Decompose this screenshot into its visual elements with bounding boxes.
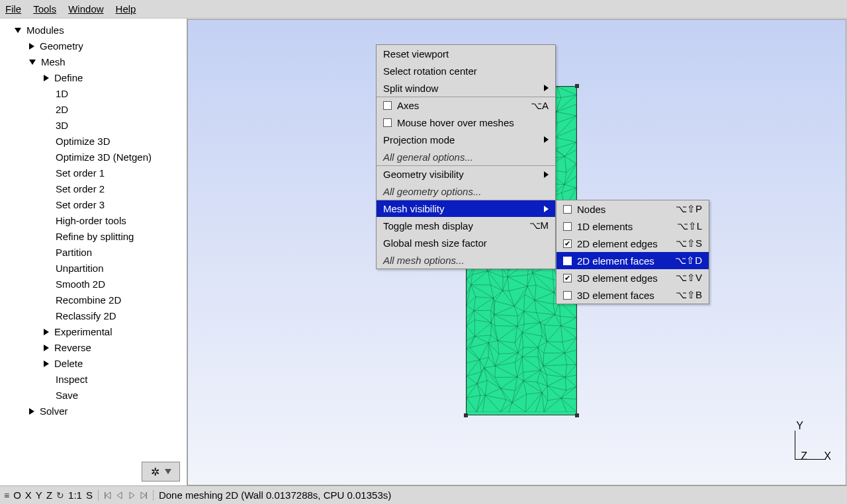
svg-line-192 — [564, 150, 576, 157]
menu-tools[interactable]: Tools — [33, 3, 56, 15]
svg-line-639 — [543, 353, 564, 366]
ctx-mouse-hover-meshes[interactable]: Mouse hover over meshes — [377, 114, 555, 131]
svg-line-549 — [524, 312, 541, 323]
tree-mesh-setorder1[interactable]: Set order 1 — [7, 165, 187, 181]
viewport-3d[interactable]: Reset viewport Select rotation center Sp… — [187, 19, 846, 485]
svg-line-585 — [561, 326, 562, 343]
svg-line-754 — [542, 393, 544, 413]
status-view-x[interactable]: X — [25, 489, 32, 501]
checkbox-icon — [563, 205, 572, 214]
ctx-mesh-visibility[interactable]: Mesh visibility — [377, 200, 555, 217]
tree-mesh-3d[interactable]: 3D — [7, 118, 187, 134]
ctx-select-rotation-center[interactable]: Select rotation center — [377, 62, 555, 79]
tree-mesh-2d[interactable]: 2D — [7, 102, 187, 118]
status-play-last-icon[interactable] — [140, 491, 148, 499]
tree-mesh-recombine2d[interactable]: Recombine 2D — [7, 292, 187, 308]
svg-line-647 — [480, 357, 488, 359]
svg-line-554 — [544, 315, 555, 325]
tree-root-modules[interactable]: Modules — [7, 22, 187, 38]
tree-solver[interactable]: Solver — [7, 403, 187, 419]
status-rotate-icon[interactable]: ↻ — [56, 490, 64, 501]
status-menu-icon[interactable]: ≡ — [4, 490, 9, 501]
status-play-prev-icon[interactable] — [116, 491, 124, 499]
status-play-first-icon[interactable] — [104, 491, 112, 499]
svg-line-532 — [467, 311, 474, 318]
ctx-axes[interactable]: Axes⌥A — [377, 97, 555, 114]
svg-line-695 — [547, 377, 565, 386]
svg-line-698 — [565, 377, 576, 386]
tree-mesh-setorder2[interactable]: Set order 2 — [7, 181, 187, 197]
svg-line-614 — [564, 338, 576, 353]
tree-mesh-setorder3[interactable]: Set order 3 — [7, 197, 187, 213]
svg-line-652 — [484, 366, 495, 368]
svg-line-220 — [566, 163, 576, 172]
status-view-y[interactable]: Y — [36, 489, 42, 501]
svg-line-724 — [566, 387, 576, 390]
tree-mesh-highorder[interactable]: High-order tools — [7, 213, 187, 229]
submenu-arrow-icon — [544, 85, 549, 91]
svg-line-26 — [557, 87, 576, 95]
svg-line-520 — [524, 294, 525, 311]
svg-line-621 — [480, 343, 489, 359]
svg-line-556 — [560, 316, 576, 317]
svg-line-660 — [522, 357, 523, 372]
tree-mesh-delete[interactable]: Delete — [7, 356, 187, 372]
tree-mesh-inspect[interactable]: Inspect — [7, 372, 187, 388]
status-s[interactable]: S — [86, 489, 93, 501]
checkbox-icon — [383, 118, 392, 127]
status-view-z[interactable]: Z — [46, 489, 52, 501]
ctx-1d-elements[interactable]: 1D elements⌥⇧L — [557, 218, 709, 235]
ctx-geometry-visibility[interactable]: Geometry visibility — [377, 165, 555, 183]
options-gear-button[interactable]: ✲ — [142, 462, 180, 482]
tree-mesh-save[interactable]: Save — [7, 388, 187, 403]
ctx-2d-element-faces[interactable]: 2D element faces⌥⇧D — [557, 252, 709, 269]
ctx-all-geometry-options[interactable]: All geometry options... — [377, 183, 555, 200]
svg-line-730 — [467, 398, 476, 413]
tree-mesh-1d[interactable]: 1D — [7, 86, 187, 102]
svg-line-733 — [476, 396, 480, 412]
ctx-3d-element-edges[interactable]: 3D element edges⌥⇧V — [557, 269, 709, 286]
ctx-3d-element-faces[interactable]: 3D element faces⌥⇧B — [557, 286, 709, 304]
svg-line-545 — [517, 316, 518, 327]
svg-line-720 — [542, 386, 547, 393]
ctx-toggle-mesh-display[interactable]: Toggle mesh display⌥M — [377, 217, 555, 234]
svg-line-651 — [484, 357, 488, 368]
menu-window[interactable]: Window — [68, 3, 103, 15]
tree-mesh-experimental[interactable]: Experimental — [7, 324, 187, 340]
tree-mesh-opt3d-netgen[interactable]: Optimize 3D (Netgen) — [7, 149, 187, 165]
svg-line-110 — [555, 116, 576, 138]
ctx-global-mesh-size-factor[interactable]: Global mesh size factor — [377, 234, 555, 251]
tree-mesh-partition[interactable]: Partition — [7, 245, 187, 261]
status-play-next-icon[interactable] — [128, 491, 136, 499]
tree-mesh-opt3d[interactable]: Optimize 3D — [7, 134, 187, 149]
svg-line-194 — [564, 156, 576, 163]
svg-line-713 — [512, 391, 515, 403]
ctx-split-window[interactable]: Split window — [377, 79, 555, 97]
tree-mesh[interactable]: Mesh — [7, 54, 187, 70]
svg-line-166 — [564, 142, 576, 157]
ctx-all-mesh-options[interactable]: All mesh options... — [377, 251, 555, 269]
ctx-2d-element-edges[interactable]: 2D element edges⌥⇧S — [557, 235, 709, 252]
checkbox-icon — [563, 257, 572, 265]
menu-help[interactable]: Help — [116, 3, 136, 15]
svg-line-620 — [470, 348, 480, 360]
tree-mesh-reclassify2d[interactable]: Reclassify 2D — [7, 308, 187, 324]
svg-line-672 — [467, 372, 481, 376]
ctx-all-general-options[interactable]: All general options... — [377, 148, 555, 165]
svg-line-543 — [494, 315, 517, 327]
status-scale[interactable]: 1:1 — [68, 489, 82, 501]
ctx-nodes[interactable]: Nodes⌥⇧P — [557, 200, 709, 218]
svg-line-596 — [488, 341, 498, 343]
svg-line-611 — [547, 341, 565, 353]
menu-file[interactable]: File — [5, 3, 21, 15]
status-reset-o[interactable]: O — [13, 489, 21, 501]
tree-mesh-smooth2d[interactable]: Smooth 2D — [7, 276, 187, 292]
tree-geometry[interactable]: Geometry — [7, 38, 187, 54]
tree-mesh-refine[interactable]: Refine by splitting — [7, 229, 187, 245]
ctx-projection-mode[interactable]: Projection mode — [377, 131, 555, 148]
tree-mesh-unpartition[interactable]: Unpartition — [7, 261, 187, 276]
tree-mesh-reverse[interactable]: Reverse — [7, 340, 187, 356]
tree-mesh-define[interactable]: Define — [7, 70, 187, 86]
svg-line-165 — [555, 149, 564, 157]
ctx-reset-viewport[interactable]: Reset viewport — [377, 45, 555, 62]
